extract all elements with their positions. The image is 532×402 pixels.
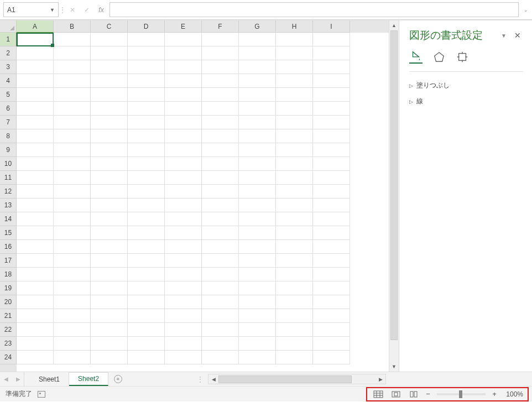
insert-function-button[interactable]: fx <box>94 0 108 19</box>
row-header[interactable]: 2 <box>0 46 17 60</box>
tab-scroll-last-button[interactable]: ▶ <box>12 372 24 386</box>
fx-icon: fx <box>98 6 103 14</box>
column-header-g[interactable]: G <box>239 20 276 33</box>
scroll-left-button[interactable]: ◀ <box>208 377 218 382</box>
row-header[interactable]: 11 <box>0 171 17 185</box>
scroll-right-button[interactable]: ▶ <box>375 377 385 382</box>
spreadsheet-grid: A B C D E F G H I 1 2 3 4 5 6 7 8 9 10 1… <box>0 20 389 372</box>
row-header[interactable]: 22 <box>0 323 17 337</box>
row-header[interactable]: 6 <box>0 102 17 116</box>
status-ready-label: 準備完了 <box>6 389 32 399</box>
formula-input[interactable] <box>109 2 519 17</box>
page-break-view-button[interactable] <box>406 389 421 400</box>
svg-rect-10 <box>414 391 417 397</box>
column-header-h[interactable]: H <box>276 20 313 33</box>
row-header[interactable]: 14 <box>0 212 17 226</box>
panel-separator <box>409 71 523 72</box>
tab-drag-handle[interactable]: ⋮ <box>194 372 207 386</box>
name-box[interactable]: A1 ▼ <box>3 2 59 17</box>
effects-tab-icon[interactable] <box>432 50 446 64</box>
row-header[interactable]: 16 <box>0 240 17 254</box>
normal-view-button[interactable] <box>371 389 386 400</box>
page-layout-view-button[interactable] <box>388 389 404 400</box>
row-header[interactable]: 13 <box>0 199 17 212</box>
panel-category-tabs <box>409 50 523 67</box>
expand-formula-bar-button[interactable]: ⌄ <box>520 0 532 19</box>
column-header-i[interactable]: I <box>313 20 350 33</box>
svg-marker-0 <box>435 53 444 62</box>
svg-rect-1 <box>459 54 466 61</box>
name-box-value: A1 <box>7 6 15 14</box>
panel-options-dropdown[interactable]: ▼ <box>499 30 509 41</box>
scroll-up-button[interactable]: ▲ <box>389 20 399 30</box>
svg-rect-8 <box>394 393 398 396</box>
row-header[interactable]: 19 <box>0 281 17 295</box>
macro-record-icon[interactable] <box>38 391 45 398</box>
cells-area[interactable] <box>17 33 389 372</box>
row-header[interactable]: 3 <box>0 60 17 74</box>
row-header[interactable]: 7 <box>0 116 17 129</box>
size-properties-tab-icon[interactable] <box>456 50 469 64</box>
row-header[interactable]: 1 <box>0 33 17 46</box>
tab-scroll-first-button[interactable]: ◀ <box>0 372 12 386</box>
zoom-slider-thumb[interactable] <box>459 390 462 398</box>
column-headers-row: A B C D E F G H I <box>0 20 389 33</box>
row-header[interactable]: 18 <box>0 268 17 281</box>
expand-triangle-icon: ▷ <box>409 83 413 88</box>
column-header-f[interactable]: F <box>202 20 239 33</box>
column-header-a[interactable]: A <box>17 20 54 33</box>
zoom-slider[interactable] <box>437 393 486 395</box>
vertical-scroll-thumb[interactable] <box>390 30 398 340</box>
svg-rect-2 <box>374 391 383 398</box>
row-header[interactable]: 12 <box>0 185 17 199</box>
formula-bar: A1 ▼ ⋮ ✕ ✓ fx ⌄ <box>0 0 532 20</box>
fill-line-tab-icon[interactable] <box>409 50 423 64</box>
horizontal-scroll-track[interactable] <box>218 375 375 383</box>
plus-icon: + <box>114 375 122 383</box>
fill-section-header[interactable]: ▷ 塗りつぶし <box>409 77 523 93</box>
vertical-scroll-track[interactable] <box>389 30 399 362</box>
grid-body: 1 2 3 4 5 6 7 8 9 10 11 12 13 14 15 16 1… <box>0 33 389 372</box>
row-header[interactable]: 5 <box>0 88 17 102</box>
sheet-tab-label: Sheet2 <box>78 375 99 383</box>
panel-close-button[interactable]: ✕ <box>512 30 523 41</box>
column-header-b[interactable]: B <box>54 20 91 33</box>
sheet-tabs-bar: ◀ ▶ Sheet1 Sheet2 + ⋮ ◀ ▶ <box>0 372 532 386</box>
row-header[interactable]: 10 <box>0 157 17 171</box>
row-header[interactable]: 9 <box>0 143 17 157</box>
row-header[interactable]: 4 <box>0 74 17 88</box>
vertical-scrollbar[interactable]: ▲ ▼ <box>389 20 399 372</box>
column-header-d[interactable]: D <box>128 20 165 33</box>
line-section-label: 線 <box>416 97 423 106</box>
horizontal-scroll-thumb[interactable] <box>218 375 352 383</box>
scroll-down-button[interactable]: ▼ <box>389 362 399 372</box>
sheet-tab-sheet2[interactable]: Sheet2 <box>69 372 108 386</box>
row-header[interactable]: 23 <box>0 337 17 351</box>
line-section-header[interactable]: ▷ 線 <box>409 93 523 109</box>
zoom-out-button[interactable]: − <box>424 390 432 398</box>
panel-title: 図形の書式設定 <box>409 28 496 43</box>
new-sheet-button[interactable]: + <box>108 372 127 386</box>
svg-rect-9 <box>410 391 413 397</box>
cancel-formula-button: ✕ <box>65 0 80 19</box>
expand-triangle-icon: ▷ <box>409 99 413 105</box>
sheet-tab-label: Sheet1 <box>39 375 60 383</box>
row-headers-column: 1 2 3 4 5 6 7 8 9 10 11 12 13 14 15 16 1… <box>0 33 17 372</box>
column-header-c[interactable]: C <box>91 20 128 33</box>
horizontal-scrollbar[interactable]: ◀ ▶ <box>208 374 386 384</box>
zoom-in-button[interactable]: + <box>490 390 499 398</box>
row-header[interactable]: 20 <box>0 295 17 309</box>
row-header[interactable]: 24 <box>0 351 17 364</box>
select-all-corner[interactable] <box>0 20 17 33</box>
row-header[interactable]: 17 <box>0 254 17 268</box>
zoom-percentage[interactable]: 100% <box>501 390 523 398</box>
row-header[interactable]: 15 <box>0 226 17 240</box>
sheet-tab-sheet1[interactable]: Sheet1 <box>30 372 69 386</box>
row-header[interactable]: 21 <box>0 309 17 323</box>
column-header-e[interactable]: E <box>165 20 202 33</box>
format-shape-panel: 図形の書式設定 ▼ ✕ ▷ 塗りつぶし ▷ 線 <box>399 20 532 372</box>
name-box-dropdown-icon[interactable]: ▼ <box>50 7 55 13</box>
fill-section-label: 塗りつぶし <box>416 81 450 90</box>
status-bar: 準備完了 − + 100% <box>0 386 532 401</box>
row-header[interactable]: 8 <box>0 129 17 143</box>
